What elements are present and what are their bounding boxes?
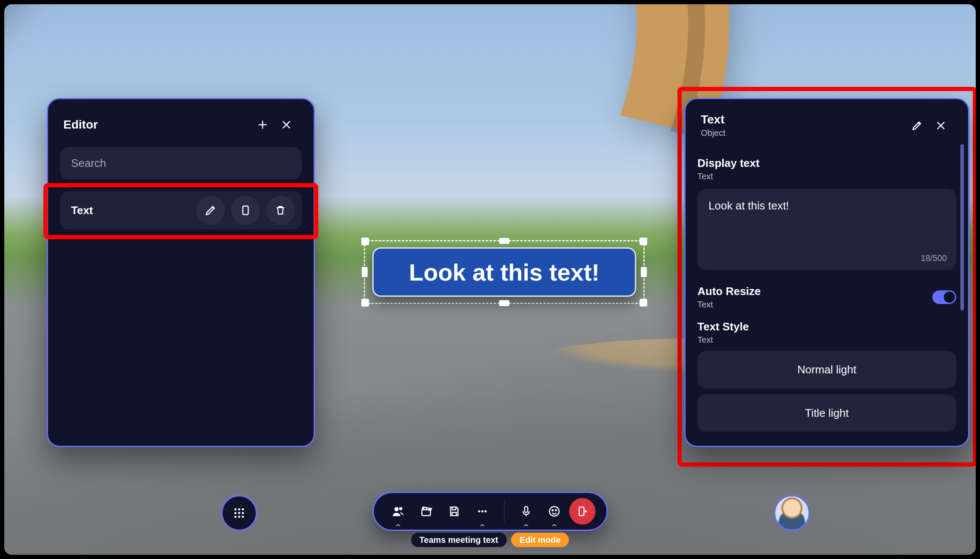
edit-mode-pill[interactable]: Edit mode	[511, 533, 569, 547]
text-style-label: Text Style	[697, 320, 956, 333]
people-icon	[391, 505, 404, 518]
app-menu-button[interactable]	[221, 495, 257, 531]
close-properties-button[interactable]	[929, 114, 953, 138]
dock-separator	[504, 500, 504, 522]
leave-icon	[576, 505, 589, 518]
text-style-option-normal-light[interactable]: Normal light	[697, 351, 956, 388]
resize-handle-bl[interactable]	[361, 299, 369, 307]
text-style-sublabel: Text	[697, 335, 956, 345]
meeting-dock	[372, 492, 608, 531]
display-text-label: Display text	[697, 157, 956, 170]
close-icon	[280, 119, 292, 131]
search-placeholder: Search	[71, 157, 106, 170]
pen-icon	[204, 204, 217, 217]
svg-point-18	[552, 510, 553, 511]
mic-icon	[520, 505, 532, 518]
properties-title: Text	[701, 113, 905, 126]
resize-handle-tl[interactable]	[361, 238, 369, 245]
activities-button[interactable]	[413, 498, 439, 525]
room-name-pill: Teams meeting text	[411, 533, 507, 547]
display-text-sublabel: Text	[697, 172, 956, 181]
user-avatar[interactable]	[774, 495, 810, 531]
rename-object-button[interactable]	[905, 114, 929, 138]
svg-point-14	[481, 510, 483, 513]
svg-rect-0	[243, 206, 249, 215]
editor-item-label: Text	[71, 204, 190, 217]
resize-handle-left[interactable]	[362, 267, 368, 277]
display-text-input[interactable]: Look at this text! 18/500	[697, 189, 956, 270]
resize-handle-right[interactable]	[641, 267, 647, 277]
close-icon	[935, 120, 947, 132]
svg-point-11	[399, 507, 403, 510]
pen-icon	[911, 120, 923, 132]
smiley-icon	[548, 505, 560, 518]
save-icon	[448, 505, 460, 518]
section-text-style: Text Style Text	[697, 320, 956, 345]
editor-item-text[interactable]: Text	[60, 191, 302, 229]
section-display-text: Display text Text	[697, 157, 956, 181]
svg-point-8	[238, 516, 240, 518]
editor-header: Editor	[48, 99, 314, 147]
auto-resize-label: Auto Resize	[697, 285, 932, 298]
display-text-value: Look at this text!	[709, 199, 789, 212]
people-button[interactable]	[385, 498, 411, 525]
reactions-button[interactable]	[541, 498, 567, 525]
svg-point-13	[478, 510, 480, 513]
toggle-knob	[944, 292, 955, 303]
edit-item-button[interactable]	[196, 196, 225, 225]
svg-point-19	[555, 510, 557, 511]
auto-resize-toggle[interactable]	[932, 290, 956, 304]
text-style-option-title-light[interactable]: Title light	[697, 394, 956, 432]
mic-button[interactable]	[513, 498, 539, 525]
auto-resize-sublabel: Text	[697, 300, 932, 310]
close-editor-button[interactable]	[274, 113, 298, 137]
svg-point-17	[549, 507, 559, 516]
svg-point-5	[238, 512, 240, 514]
world-text-selection[interactable]: Look at this text!	[364, 240, 645, 304]
svg-rect-20	[579, 507, 584, 516]
section-auto-resize: Auto Resize Text	[697, 278, 956, 317]
resize-handle-br[interactable]	[640, 299, 647, 307]
editor-title: Editor	[63, 118, 251, 132]
properties-panel: Text Object Display text Text Look at th…	[684, 98, 969, 447]
editor-panel: Editor Search Text	[47, 98, 315, 447]
svg-point-15	[484, 510, 486, 513]
plus-icon	[257, 119, 269, 131]
svg-rect-16	[524, 507, 528, 513]
clapper-icon	[420, 505, 432, 518]
trash-icon	[274, 204, 287, 217]
mesh-3d-viewport: Editor Search Text Look	[4, 4, 976, 555]
svg-point-1	[234, 508, 237, 510]
svg-point-4	[234, 512, 237, 514]
more-button[interactable]	[469, 498, 495, 525]
world-text-label[interactable]: Look at this text!	[372, 247, 636, 297]
save-button[interactable]	[441, 498, 467, 525]
add-object-button[interactable]	[251, 113, 274, 137]
duplicate-item-button[interactable]	[231, 196, 260, 225]
resize-handle-bottom[interactable]	[499, 300, 509, 306]
properties-subtitle: Object	[701, 128, 905, 138]
svg-point-10	[394, 507, 398, 511]
ellipsis-icon	[476, 505, 489, 518]
svg-point-9	[242, 516, 244, 518]
display-text-counter: 18/500	[921, 253, 947, 263]
delete-item-button[interactable]	[266, 196, 295, 225]
grid-icon	[233, 507, 246, 519]
properties-header: Text Object	[686, 99, 968, 148]
footer-pills: Teams meeting text Edit mode	[411, 533, 569, 547]
svg-point-6	[242, 512, 244, 514]
svg-point-7	[234, 516, 237, 518]
svg-point-2	[238, 508, 240, 510]
properties-scrollbar[interactable]	[960, 144, 964, 310]
svg-point-3	[242, 508, 244, 510]
leave-button[interactable]	[569, 498, 595, 525]
resize-handle-tr[interactable]	[640, 238, 647, 245]
duplicate-icon	[239, 204, 252, 217]
editor-search-input[interactable]: Search	[60, 147, 302, 179]
resize-handle-top[interactable]	[499, 238, 509, 244]
